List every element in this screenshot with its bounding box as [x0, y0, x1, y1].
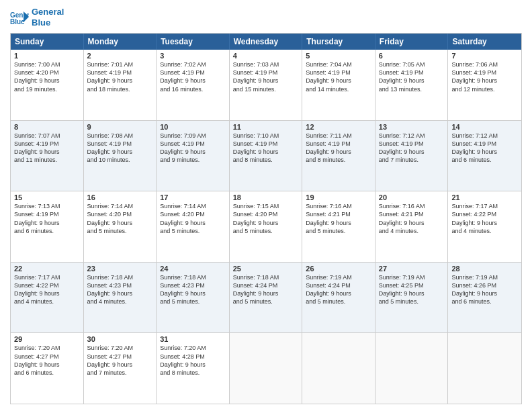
day-cell-15: 15Sunrise: 7:13 AMSunset: 4:19 PMDayligh…: [11, 191, 84, 262]
day-number: 3: [160, 52, 226, 60]
logo-text: GeneralBlue: [32, 7, 64, 28]
day-number: 26: [306, 265, 371, 273]
header-cell-sunday: Sunday: [11, 34, 84, 50]
day-number: 8: [14, 123, 80, 131]
day-number: 23: [87, 265, 153, 273]
cell-info: Sunrise: 7:12 AMSunset: 4:19 PMDaylight:…: [379, 132, 445, 165]
day-cell-17: 17Sunrise: 7:14 AMSunset: 4:20 PMDayligh…: [157, 191, 230, 262]
day-number: 18: [233, 193, 299, 201]
cell-info: Sunrise: 7:04 AMSunset: 4:19 PMDaylight:…: [306, 60, 371, 93]
cell-info: Sunrise: 7:16 AMSunset: 4:21 PMDaylight:…: [306, 202, 371, 235]
day-number: 19: [306, 193, 371, 201]
day-cell-7: 7Sunrise: 7:06 AMSunset: 4:19 PMDaylight…: [448, 50, 521, 120]
cell-info: Sunrise: 7:18 AMSunset: 4:24 PMDaylight:…: [233, 273, 299, 306]
empty-cell: [230, 333, 303, 404]
cell-info: Sunrise: 7:03 AMSunset: 4:19 PMDaylight:…: [233, 60, 299, 93]
day-cell-23: 23Sunrise: 7:18 AMSunset: 4:23 PMDayligh…: [84, 263, 157, 333]
day-number: 7: [451, 52, 518, 60]
cell-info: Sunrise: 7:16 AMSunset: 4:21 PMDaylight:…: [379, 202, 445, 235]
cell-info: Sunrise: 7:20 AMSunset: 4:27 PMDaylight:…: [87, 344, 153, 377]
cell-info: Sunrise: 7:11 AMSunset: 4:19 PMDaylight:…: [306, 132, 371, 165]
header-cell-monday: Monday: [84, 34, 157, 50]
cell-info: Sunrise: 7:19 AMSunset: 4:26 PMDaylight:…: [451, 273, 518, 306]
cell-info: Sunrise: 7:07 AMSunset: 4:19 PMDaylight:…: [14, 132, 80, 165]
day-cell-22: 22Sunrise: 7:17 AMSunset: 4:22 PMDayligh…: [11, 263, 84, 333]
day-number: 12: [306, 123, 371, 131]
cell-info: Sunrise: 7:09 AMSunset: 4:19 PMDaylight:…: [160, 132, 226, 165]
calendar-row-1: 1Sunrise: 7:00 AMSunset: 4:20 PMDaylight…: [11, 50, 521, 120]
header-cell-thursday: Thursday: [302, 34, 375, 50]
day-cell-19: 19Sunrise: 7:16 AMSunset: 4:21 PMDayligh…: [302, 191, 375, 262]
cell-info: Sunrise: 7:14 AMSunset: 4:20 PMDaylight:…: [160, 202, 226, 235]
day-number: 10: [160, 123, 226, 131]
cell-info: Sunrise: 7:00 AMSunset: 4:20 PMDaylight:…: [14, 60, 80, 93]
cell-info: Sunrise: 7:12 AMSunset: 4:19 PMDaylight:…: [451, 132, 518, 165]
cell-info: Sunrise: 7:06 AMSunset: 4:19 PMDaylight:…: [451, 60, 518, 93]
empty-cell: [375, 333, 449, 404]
day-cell-20: 20Sunrise: 7:16 AMSunset: 4:21 PMDayligh…: [375, 191, 449, 262]
header-cell-tuesday: Tuesday: [157, 34, 230, 50]
day-number: 4: [233, 52, 299, 60]
day-number: 11: [233, 123, 299, 131]
cell-info: Sunrise: 7:15 AMSunset: 4:20 PMDaylight:…: [233, 202, 299, 235]
day-cell-27: 27Sunrise: 7:19 AMSunset: 4:25 PMDayligh…: [375, 263, 449, 333]
day-cell-28: 28Sunrise: 7:19 AMSunset: 4:26 PMDayligh…: [448, 263, 521, 333]
day-cell-24: 24Sunrise: 7:18 AMSunset: 4:23 PMDayligh…: [157, 263, 230, 333]
logo-icon: General Blue: [10, 10, 29, 25]
day-cell-31: 31Sunrise: 7:20 AMSunset: 4:28 PMDayligh…: [157, 333, 230, 404]
day-number: 24: [160, 265, 226, 273]
day-number: 17: [160, 193, 226, 201]
cell-info: Sunrise: 7:19 AMSunset: 4:25 PMDaylight:…: [379, 273, 445, 306]
day-cell-18: 18Sunrise: 7:15 AMSunset: 4:20 PMDayligh…: [230, 191, 303, 262]
day-cell-14: 14Sunrise: 7:12 AMSunset: 4:19 PMDayligh…: [448, 121, 521, 191]
day-cell-2: 2Sunrise: 7:01 AMSunset: 4:19 PMDaylight…: [84, 50, 157, 120]
empty-cell: [448, 333, 521, 404]
day-cell-29: 29Sunrise: 7:20 AMSunset: 4:27 PMDayligh…: [11, 333, 84, 404]
day-cell-10: 10Sunrise: 7:09 AMSunset: 4:19 PMDayligh…: [157, 121, 230, 191]
day-number: 5: [306, 52, 371, 60]
day-number: 6: [379, 52, 445, 60]
day-number: 28: [451, 265, 518, 273]
cell-info: Sunrise: 7:18 AMSunset: 4:23 PMDaylight:…: [87, 273, 153, 306]
day-cell-16: 16Sunrise: 7:14 AMSunset: 4:20 PMDayligh…: [84, 191, 157, 262]
cell-info: Sunrise: 7:08 AMSunset: 4:19 PMDaylight:…: [87, 132, 153, 165]
day-cell-30: 30Sunrise: 7:20 AMSunset: 4:27 PMDayligh…: [84, 333, 157, 404]
day-number: 15: [14, 193, 80, 201]
cell-info: Sunrise: 7:05 AMSunset: 4:19 PMDaylight:…: [379, 60, 445, 93]
day-cell-25: 25Sunrise: 7:18 AMSunset: 4:24 PMDayligh…: [230, 263, 303, 333]
cell-info: Sunrise: 7:17 AMSunset: 4:22 PMDaylight:…: [451, 202, 518, 235]
cell-info: Sunrise: 7:10 AMSunset: 4:19 PMDaylight:…: [233, 132, 299, 165]
cell-info: Sunrise: 7:01 AMSunset: 4:19 PMDaylight:…: [87, 60, 153, 93]
header: General Blue GeneralBlue: [10, 7, 522, 28]
calendar-header: SundayMondayTuesdayWednesdayThursdayFrid…: [11, 34, 521, 50]
page: General Blue GeneralBlue SundayMondayTue…: [0, 0, 532, 411]
logo: General Blue GeneralBlue: [10, 7, 64, 28]
day-cell-13: 13Sunrise: 7:12 AMSunset: 4:19 PMDayligh…: [375, 121, 449, 191]
calendar-row-5: 29Sunrise: 7:20 AMSunset: 4:27 PMDayligh…: [11, 332, 521, 404]
day-cell-11: 11Sunrise: 7:10 AMSunset: 4:19 PMDayligh…: [230, 121, 303, 191]
day-cell-1: 1Sunrise: 7:00 AMSunset: 4:20 PMDaylight…: [11, 50, 84, 120]
day-number: 31: [160, 335, 226, 343]
day-cell-5: 5Sunrise: 7:04 AMSunset: 4:19 PMDaylight…: [302, 50, 375, 120]
cell-info: Sunrise: 7:20 AMSunset: 4:27 PMDaylight:…: [14, 344, 80, 377]
cell-info: Sunrise: 7:20 AMSunset: 4:28 PMDaylight:…: [160, 344, 226, 377]
day-cell-9: 9Sunrise: 7:08 AMSunset: 4:19 PMDaylight…: [84, 121, 157, 191]
day-number: 27: [379, 265, 445, 273]
cell-info: Sunrise: 7:02 AMSunset: 4:19 PMDaylight:…: [160, 60, 226, 93]
day-number: 16: [87, 193, 153, 201]
calendar-row-2: 8Sunrise: 7:07 AMSunset: 4:19 PMDaylight…: [11, 120, 521, 191]
day-number: 2: [87, 52, 153, 60]
calendar-row-3: 15Sunrise: 7:13 AMSunset: 4:19 PMDayligh…: [11, 191, 521, 262]
day-cell-21: 21Sunrise: 7:17 AMSunset: 4:22 PMDayligh…: [448, 191, 521, 262]
day-number: 20: [379, 193, 445, 201]
header-cell-wednesday: Wednesday: [230, 34, 303, 50]
calendar: SundayMondayTuesdayWednesdayThursdayFrid…: [10, 33, 522, 404]
day-cell-6: 6Sunrise: 7:05 AMSunset: 4:19 PMDaylight…: [375, 50, 449, 120]
empty-cell: [302, 333, 375, 404]
svg-text:Blue: Blue: [10, 18, 25, 25]
calendar-body: 1Sunrise: 7:00 AMSunset: 4:20 PMDaylight…: [11, 50, 521, 404]
day-number: 14: [451, 123, 518, 131]
day-number: 22: [14, 265, 80, 273]
day-cell-3: 3Sunrise: 7:02 AMSunset: 4:19 PMDaylight…: [157, 50, 230, 120]
day-number: 9: [87, 123, 153, 131]
